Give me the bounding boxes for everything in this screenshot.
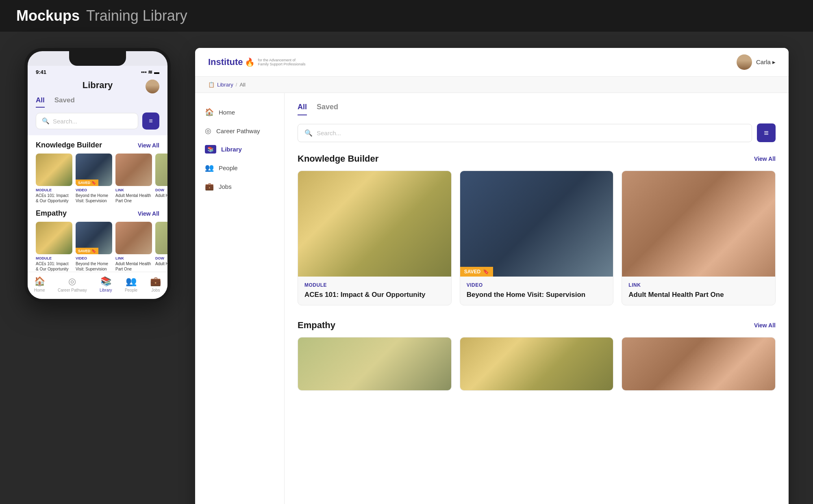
desktop-saved-badge: SAVED 🔖 (460, 267, 493, 277)
mobile-nav-jobs[interactable]: 💼 Jobs (150, 276, 161, 292)
mobile-filter-button[interactable]: ≡ (142, 112, 159, 130)
desktop-search-box[interactable]: 🔍 Search... (298, 124, 752, 142)
desktop-empathy-card-3[interactable] (622, 337, 776, 391)
mobile-tab-saved[interactable]: Saved (54, 96, 75, 108)
tab-all[interactable]: All (298, 103, 307, 115)
desktop-empathy-title: Empathy (298, 320, 335, 331)
logo-text: Institute (208, 57, 243, 67)
desktop-search-placeholder: Search... (317, 130, 745, 136)
bookmark-icon: 🔖 (483, 269, 489, 275)
mobile-tab-all[interactable]: All (36, 96, 45, 108)
mobile-tabs[interactable]: All Saved (28, 96, 167, 112)
page-title-light: Training Library (86, 7, 187, 24)
desktop-card-link[interactable]: LINK Adult Mental Health Part One (622, 171, 776, 305)
sidebar-item-jobs[interactable]: 💼 Jobs (195, 177, 284, 196)
desktop-sidebar: 🏠 Home ◎ Career Pathway 📚 Library 👥 Peop… (195, 93, 285, 504)
desktop-kb-section-header: Knowledge Builder View All (298, 154, 776, 164)
sidebar-item-library[interactable]: 📚 Library (195, 140, 284, 158)
breadcrumb-icon: 📋 (208, 82, 215, 88)
sidebar-item-library-label: Library (221, 146, 242, 153)
desktop-card-video[interactable]: SAVED 🔖 VIDEO Beyond the Home Visit: Sup… (460, 171, 614, 305)
sidebar-item-people-label: People (219, 164, 238, 171)
mobile-card[interactable]: LINK Adult Mental Health Part One (115, 154, 152, 203)
desktop-empathy-card-image (460, 337, 613, 390)
desktop-card-aces[interactable]: MODULE ACEs 101: Impact & Our Opportunit… (298, 171, 452, 305)
search-icon: 🔍 (304, 129, 313, 137)
mobile-card-image: SAVED 🔖 (76, 222, 112, 254)
mobile-card-type: DOW (155, 188, 167, 192)
mobile-nav-people[interactable]: 👥 People (125, 276, 137, 292)
mobile-empathy-cards: MODULE ACEs 101: Impact & Our Opportunit… (28, 222, 167, 272)
people-icon: 👥 (205, 163, 214, 172)
mobile-knowledge-builder-header: Knowledge Builder View All (28, 135, 167, 154)
mobile-card[interactable]: LINK Adult Mental Health Part One (115, 222, 152, 272)
mobile-card-title: Adult Mental Health Part One (115, 261, 152, 272)
sidebar-item-career-compass[interactable]: ◎ Career Pathway (195, 121, 284, 140)
mobile-card[interactable]: DOW Adult Healt... (155, 222, 167, 272)
desktop-kb-view-all[interactable]: View All (754, 156, 776, 162)
avatar (737, 54, 752, 70)
tab-saved[interactable]: Saved (317, 103, 338, 115)
logo-sub1: for the Advancement of (258, 58, 306, 62)
mobile-card-type: MODULE (36, 256, 72, 260)
breadcrumb-separator: / (236, 82, 237, 88)
card-image-walk (298, 171, 451, 277)
sidebar-item-home[interactable]: 🏠 Home (195, 103, 284, 121)
mobile-nav-home-label: Home (34, 288, 45, 292)
mobile-empathy-header: Empathy View All (28, 203, 167, 222)
desktop-empathy-card-image (298, 337, 451, 390)
card-image-eyes (622, 171, 775, 277)
sidebar-item-jobs-label: Jobs (219, 183, 232, 190)
mobile-card-title: Beyond the Home Visit: Supervision (76, 261, 112, 272)
desktop-card-type: LINK (628, 282, 769, 288)
desktop-header: Institute 🔥 for the Advancement of Famil… (195, 48, 789, 77)
mobile-empathy-view-all[interactable]: View All (138, 210, 159, 217)
mobile-card[interactable]: SAVED 🔖 VIDEO Beyond the Home Visit: Sup… (76, 222, 112, 272)
desktop-filter-button[interactable]: ≡ (757, 123, 776, 142)
home-icon: 🏠 (34, 276, 45, 287)
mobile-card[interactable]: DOW Adult Healt... (155, 154, 167, 203)
mobile-nav-home[interactable]: 🏠 Home (34, 276, 45, 292)
career-compass-icon: ◎ (205, 126, 211, 135)
mobile-search-box[interactable]: 🔍 Search... (36, 113, 138, 129)
mobile-time: 9:41 (36, 69, 46, 75)
mobile-card[interactable]: SAVED 🔖 VIDEO Beyond the Home Visit: Sup… (76, 154, 112, 203)
library-icon: 📚 (100, 276, 111, 287)
mobile-kb-title: Knowledge Builder (36, 141, 102, 149)
mobile-card-type: LINK (115, 188, 152, 192)
mobile-scroll-area: Knowledge Builder View All MODULE ACEs 1… (28, 135, 167, 272)
mobile-card-image (155, 154, 167, 186)
mobile-nav-career-label: Career Pathway (58, 288, 87, 292)
top-bar: Mockups Training Library (0, 0, 813, 32)
mobile-saved-badge: SAVED 🔖 (76, 248, 98, 254)
mobile-nav-library[interactable]: 📚 Library (100, 276, 112, 292)
jobs-icon: 💼 (205, 182, 214, 191)
mobile-kb-cards: MODULE ACEs 101: Impact & Our Opportunit… (28, 154, 167, 203)
mobile-library-title: Library (83, 80, 113, 91)
mobile-card[interactable]: MODULE ACEs 101: Impact & Our Opportunit… (36, 222, 72, 272)
desktop-empathy-card-2[interactable] (460, 337, 614, 391)
breadcrumb-library-link[interactable]: Library (217, 82, 233, 88)
sidebar-item-people[interactable]: 👥 People (195, 158, 284, 177)
mobile-mockup: 9:41 ▪▪▪ ≋ ▬ Library All Saved 🔍 Search.… (24, 48, 171, 302)
mobile-card-type: MODULE (36, 188, 72, 192)
mobile-card[interactable]: MODULE ACEs 101: Impact & Our Opportunit… (36, 154, 72, 203)
desktop-card-image (622, 171, 775, 277)
mobile-card-type: LINK (115, 256, 152, 260)
logo-flame-icon: 🔥 (245, 57, 255, 67)
main-content: 9:41 ▪▪▪ ≋ ▬ Library All Saved 🔍 Search.… (0, 32, 813, 504)
mobile-status-bar: 9:41 ▪▪▪ ≋ ▬ (28, 66, 167, 77)
mobile-icons: ▪▪▪ ≋ ▬ (141, 69, 159, 75)
saved-label: SAVED (464, 269, 480, 275)
filter-icon: ≡ (764, 128, 769, 138)
mobile-nav-career[interactable]: ◎ Career Pathway (58, 276, 87, 292)
mobile-card-image (36, 222, 72, 254)
mobile-kb-view-all[interactable]: View All (138, 142, 159, 149)
mobile-empathy-title: Empathy (36, 209, 67, 218)
desktop-card-title: Adult Mental Health Part One (628, 290, 769, 299)
people-icon: 👥 (126, 276, 137, 287)
desktop-username[interactable]: Carla ▸ (756, 58, 776, 66)
desktop-empathy-view-all[interactable]: View All (754, 322, 776, 329)
desktop-empathy-card-1[interactable] (298, 337, 452, 391)
filter-icon: ≡ (149, 117, 152, 125)
